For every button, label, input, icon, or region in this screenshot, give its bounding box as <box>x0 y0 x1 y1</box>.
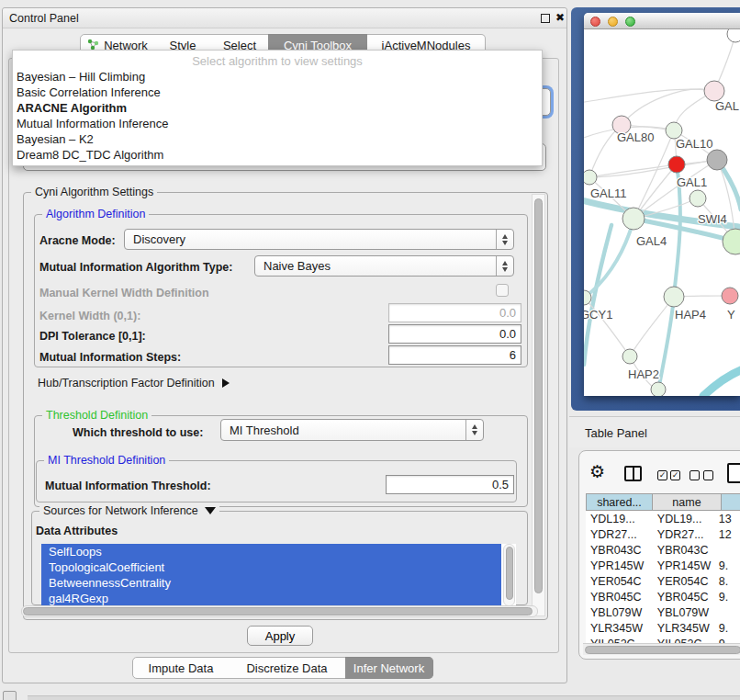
network-window-titlebar[interactable] <box>584 13 740 29</box>
sources-expander[interactable]: Sources for Network Inference <box>39 504 219 517</box>
data-attributes-list[interactable]: SelfLoopsTopologicalCoefficientBetweenne… <box>41 544 516 606</box>
data-attribute-item[interactable]: gal4RGexp <box>41 591 501 606</box>
table-panel-titlebar[interactable]: Table Panel <box>569 416 740 447</box>
table-cell: YBL079W <box>586 605 650 621</box>
table-file-icon[interactable] <box>727 463 740 483</box>
minimize-window-button[interactable] <box>608 17 618 27</box>
close-icon[interactable]: ✖ <box>555 11 565 24</box>
which-threshold-combo[interactable]: MI Threshold <box>220 419 484 441</box>
network-node-hap2[interactable] <box>622 349 637 364</box>
network-node-swi4[interactable] <box>723 229 740 254</box>
select-all-columns-icon[interactable]: ✓ ✓ <box>657 470 680 480</box>
column-label: shared... <box>597 496 642 509</box>
algorithm-option[interactable]: Bayesian – Hill Climbing <box>13 69 542 85</box>
group-title: Algorithm Definition <box>42 208 149 220</box>
network-node-gal[interactable] <box>704 81 724 101</box>
aracne-mode-combo[interactable]: Discovery <box>124 229 514 250</box>
data-attribute-item[interactable]: TopologicalCoefficient <box>41 559 501 575</box>
table-row[interactable]: YIL052CYIL052C9. <box>586 637 740 643</box>
mi-steps-field[interactable]: 6 <box>388 345 521 365</box>
scrollbar-thumb[interactable] <box>506 547 513 600</box>
table-scrollbar-horizontal[interactable] <box>583 643 740 655</box>
apply-button[interactable]: Apply <box>247 626 313 646</box>
node-label: Y <box>727 308 735 322</box>
column-header[interactable]: shared... <box>586 493 653 511</box>
unchecked-box-icon <box>690 470 700 480</box>
table-row[interactable]: YBR045CYBR045C9. <box>586 590 740 605</box>
node-label: GAL80 <box>617 130 654 144</box>
kernel-width-field[interactable]: 0.0 <box>388 303 521 322</box>
zoom-window-button[interactable] <box>625 17 635 27</box>
popup-placeholder: Select algorithm to view settings <box>13 53 542 69</box>
control-panel-titlebar[interactable]: Control Panel ✖ <box>3 8 566 28</box>
network-node-gal11[interactable] <box>584 170 597 185</box>
network-edge <box>657 164 680 396</box>
network-window-frame[interactable]: GALGAL80GAL10GAL1GAL11SWI4GAL4GCY1HAP4YH… <box>571 7 740 411</box>
manual-kernel-label: Manual Kernel Width Definition <box>39 287 209 299</box>
node-label: GAL10 <box>676 137 712 151</box>
mi-algorithm-type-combo[interactable]: Naive Bayes <box>254 255 514 277</box>
dpi-tolerance-field[interactable]: 0.0 <box>388 324 521 344</box>
data-attribute-item[interactable]: BetweennessCentrality <box>41 575 501 591</box>
network-node-hap4[interactable] <box>664 287 684 307</box>
network-node[interactable] <box>727 29 740 42</box>
table-row[interactable]: YLR345WYLR345W9. <box>586 621 740 637</box>
tab-impute-data[interactable]: Impute Data <box>132 657 230 679</box>
tab-label: Impute Data <box>149 661 214 675</box>
gear-icon[interactable]: ⚙ <box>589 463 605 480</box>
hub-definition-expander[interactable]: Hub/Transcription Factor Definition <box>38 377 230 390</box>
settings-scrollbar-horizontal[interactable] <box>21 605 538 617</box>
node-label: GAL11 <box>590 186 627 200</box>
network-canvas[interactable]: GALGAL80GAL10GAL1GAL11SWI4GAL4GCY1HAP4YH… <box>584 29 740 396</box>
algorithm-option[interactable]: Mutual Information Inference <box>13 116 542 131</box>
table-row[interactable]: YDL19...YDL19...13 <box>586 512 740 527</box>
table-row[interactable]: YBR043CYBR043C <box>586 543 740 559</box>
table-row[interactable]: YDR27...YDR27...12 <box>586 527 740 543</box>
network-node[interactable] <box>668 156 685 173</box>
group-title: Threshold Definition <box>42 409 151 422</box>
table-cell: 9. <box>717 621 740 637</box>
column-label: name <box>672 496 701 509</box>
algorithm-option[interactable]: Basic Correlation Inference <box>13 85 542 100</box>
algorithm-option[interactable]: ARACNE Algorithm <box>13 100 542 116</box>
settings-scrollbar-vertical[interactable] <box>532 194 545 616</box>
column-header[interactable]: name <box>652 493 722 511</box>
network-node[interactable] <box>651 382 666 396</box>
scrollbar-thumb[interactable] <box>534 198 543 593</box>
algorithm-option[interactable]: Bayesian – K2 <box>13 131 542 147</box>
close-window-button[interactable] <box>590 17 600 27</box>
float-window-icon[interactable] <box>541 14 550 23</box>
table-row[interactable]: YPR145WYPR145W9. <box>586 559 740 574</box>
bottom-corner-icon[interactable] <box>3 691 17 700</box>
tab-infer-network[interactable]: Infer Network <box>345 657 433 679</box>
combo-value: MI Threshold <box>230 423 299 437</box>
network-edge <box>589 164 677 177</box>
attributes-scrollbar[interactable] <box>503 544 515 606</box>
network-edge <box>584 89 714 103</box>
scrollbar-thumb[interactable] <box>23 607 533 615</box>
table-cell: YLR345W <box>650 621 717 637</box>
network-node[interactable] <box>707 150 727 170</box>
table-cell: YBR043C <box>586 543 650 559</box>
deselect-all-columns-icon[interactable] <box>690 470 713 480</box>
network-node-gal4[interactable] <box>622 208 645 230</box>
table-row[interactable]: YBL079WYBL079W <box>586 605 740 621</box>
columns-icon[interactable] <box>624 466 642 481</box>
kernel-width-label: Kernel Width (0,1): <box>39 310 140 322</box>
algorithm-popup-list: Bayesian – Hill ClimbingBasic Correlatio… <box>13 69 542 163</box>
column-header[interactable] <box>721 493 740 511</box>
scrollbar-thumb[interactable] <box>585 646 740 654</box>
panel-title: Control Panel <box>9 12 79 25</box>
tab-discretize-data[interactable]: Discretize Data <box>229 657 346 679</box>
table-row[interactable]: YER054CYER054C8. <box>586 574 740 590</box>
table-cell: YIL052C <box>650 637 717 643</box>
network-node-y[interactable] <box>722 288 738 304</box>
bottom-strip <box>28 695 740 700</box>
mi-threshold-field[interactable]: 0.5 <box>386 475 514 494</box>
data-attribute-item[interactable]: SelfLoops <box>41 544 501 559</box>
manual-kernel-checkbox[interactable] <box>496 284 509 297</box>
network-node-gal1[interactable] <box>690 190 706 207</box>
table-cell <box>717 543 740 559</box>
algorithm-option[interactable]: Dream8 DC_TDC Algorithm <box>13 147 542 163</box>
panel-title: Table Panel <box>585 426 647 440</box>
